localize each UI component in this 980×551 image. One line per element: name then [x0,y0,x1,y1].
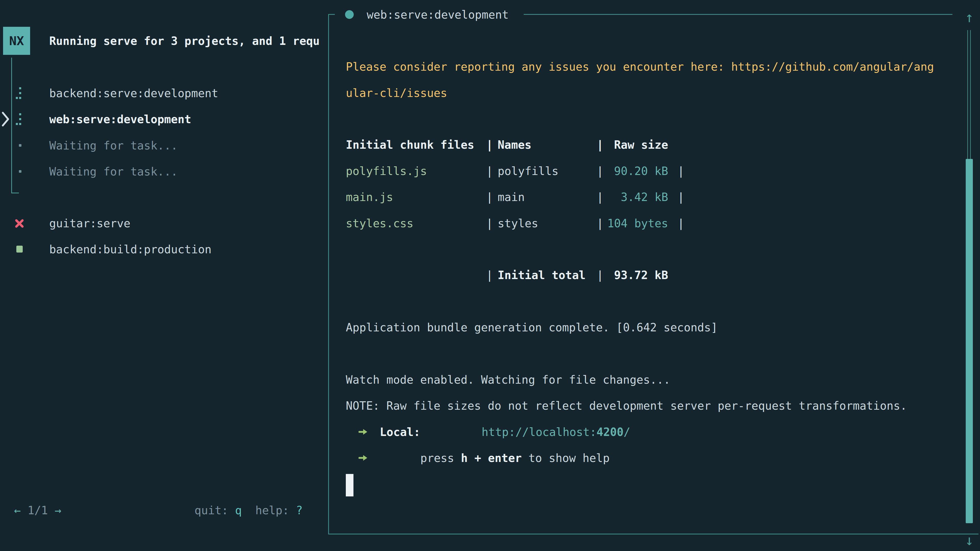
sidebar-item-guitar-serve[interactable]: guitar:serve [0,210,327,236]
url-port: 4200 [597,426,624,438]
help-post: to show help [522,451,609,465]
panel-border-bottom [328,534,978,534]
local-label: Local: [380,426,420,438]
nx-tui-app: NX Running serve for 3 projects, and 1 r… [0,0,980,551]
success-square-icon [16,246,23,252]
table-row: main.js | main | 3.42 kB | [346,184,703,210]
quit-key: q [235,504,242,517]
pipe: | [486,217,493,230]
cell-name: main [498,191,525,203]
pipe: | [486,191,493,203]
shortcut-hints: quit: q help: ? [194,497,303,523]
header-raw-size: Raw size [606,138,668,151]
sidebar-title: Running serve for 3 projects, and 1 requ [49,28,320,54]
task-label-selected: web:serve:development [49,113,191,126]
cell-size: 3.42 kB [606,191,668,203]
pipe: | [486,138,493,151]
pipe: | [597,138,604,151]
cell-file: polyfills.js [346,165,427,178]
header-names: Names [498,138,531,151]
pipe: | [678,191,684,203]
pager: ← 1/1 → [14,497,61,523]
task-label: Waiting for task... [49,139,178,152]
task-label: backend:serve:development [49,87,218,100]
terminal-cursor [346,474,353,496]
table-total-row: | Initial total | 93.72 kB [346,262,703,288]
spinner-icon [16,113,21,125]
watch-mode-line: Watch mode enabled. Watching for file ch… [346,367,670,392]
pager-next-arrow[interactable]: → [55,504,62,517]
pager-prev-arrow[interactable]: ← [14,504,21,517]
table-row: polyfills.js | polyfills | 90.20 kB | [346,158,703,184]
help-label: help: [242,504,296,517]
task-label: Waiting for task... [49,165,178,178]
panel-border-top-stub [328,14,335,15]
pager-label: 1/1 [21,504,55,517]
help-key-h: h [461,451,468,465]
sidebar-item-web-serve[interactable]: web:serve:development [0,106,327,132]
pipe: | [597,268,604,282]
panel-title: web:serve:development [367,2,509,27]
panel-border-top [524,14,953,15]
nx-logo: NX [3,27,30,55]
cell-name: styles [498,217,538,230]
help-hint-line: press h + enter to show help [346,445,703,471]
pipe: | [486,268,493,282]
failed-x-icon [14,218,24,229]
pipe: | [597,191,604,203]
pipe: | [678,217,684,230]
pending-dot-icon [19,170,21,173]
total-size: 93.72 kB [606,268,668,282]
url-suffix: / [624,426,630,438]
angular-issues-notice: Please consider reporting any issues you… [346,54,940,106]
task-label: backend:build:production [49,243,212,256]
sidebar-item-waiting-1[interactable]: Waiting for task... [0,132,327,159]
scrollbar-up-arrow[interactable]: ↑ [963,4,976,30]
pipe: | [597,165,604,178]
running-bullet-icon [345,10,354,19]
panel-border-left [328,14,329,534]
sidebar-item-waiting-2[interactable]: Waiting for task... [0,159,327,184]
sidebar-item-backend-build[interactable]: backend:build:production [0,236,327,262]
cell-file: main.js [346,191,393,203]
scrollbar-thumb[interactable] [966,159,973,523]
help-key: ? [296,504,303,517]
pending-dot-icon [19,144,21,147]
help-pre: press [420,451,461,465]
scrollbar-down-arrow[interactable]: ↓ [963,527,976,551]
chunk-table-header: Initial chunk files | Names | Raw size [346,132,703,158]
cell-size: 90.20 kB [606,165,668,178]
pipe: | [486,165,493,178]
help-plus: + [468,451,488,465]
spinner-icon [16,87,21,99]
sidebar-item-backend-serve[interactable]: backend:serve:development [0,80,327,106]
help-hint-text: press h + enter to show help [380,438,610,478]
bundle-complete-line: Application bundle generation complete. … [346,314,718,340]
url-prefix: http://localhost: [482,426,597,438]
arrow-right-icon [359,454,368,462]
task-label: guitar:serve [49,217,130,230]
pipe: | [597,217,604,230]
table-row: styles.css | styles | 104 bytes | [346,210,703,236]
local-gap [420,426,441,438]
cell-file: styles.css [346,217,414,230]
header-initial-chunk-files: Initial chunk files [346,138,474,151]
help-key-enter: enter [488,451,522,465]
quit-label: quit: [194,504,235,517]
cell-name: polyfills [498,165,558,178]
total-label: Initial total [498,268,585,282]
pipe: | [678,165,684,178]
arrow-right-icon [359,428,368,435]
cell-size: 104 bytes [606,217,668,230]
task-tree-corner [11,192,19,193]
scrollbar-track[interactable] [967,30,971,159]
